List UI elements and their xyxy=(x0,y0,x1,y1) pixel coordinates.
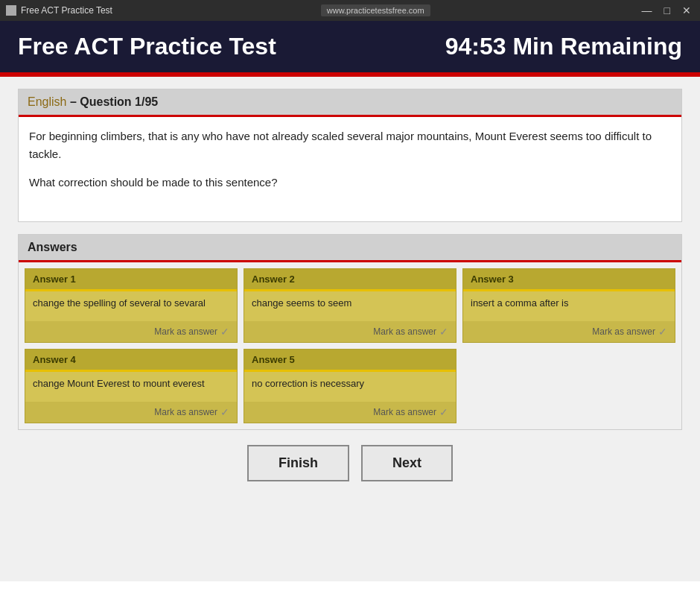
answer-card-4[interactable]: Answer 4 change Mount Everest to mount e… xyxy=(25,349,238,423)
mark-answer-5[interactable]: Mark as answer ✓ xyxy=(252,406,448,418)
question-number: – Question 1/95 xyxy=(70,95,158,108)
maximize-button[interactable]: □ xyxy=(661,4,673,16)
question-text: For beginning climbers, that is any who … xyxy=(29,127,671,163)
answer-4-text: change Mount Everest to mount everest xyxy=(25,372,237,402)
answer-3-label: Answer 3 xyxy=(463,269,675,291)
check-icon-3: ✓ xyxy=(658,326,667,338)
mark-answer-2[interactable]: Mark as answer ✓ xyxy=(252,326,448,338)
answer-card-empty xyxy=(462,349,675,423)
mark-answer-3[interactable]: Mark as answer ✓ xyxy=(471,326,667,338)
subject-label: English xyxy=(28,95,66,108)
main-content: English – Question 1/95 For beginning cl… xyxy=(0,77,700,581)
answer-1-text: change the spelling of several to sevara… xyxy=(25,291,237,321)
window-controls: — □ ✕ xyxy=(639,4,694,16)
answer-2-text: change seems to seem xyxy=(244,291,456,321)
answer-5-label: Answer 5 xyxy=(244,350,456,372)
url-bar: www.practicetestsfree.com xyxy=(321,4,430,16)
title-bar-left: Free ACT Practice Test xyxy=(6,5,112,16)
title-bar: Free ACT Practice Test www.practicetests… xyxy=(0,0,700,21)
answer-1-footer[interactable]: Mark as answer ✓ xyxy=(25,321,237,342)
answers-grid-row1: Answer 1 change the spelling of several … xyxy=(19,262,681,349)
app-title: Free ACT Practice Test xyxy=(18,33,276,60)
timer-display: 94:53 Min Remaining xyxy=(445,33,682,60)
mark-answer-4[interactable]: Mark as answer ✓ xyxy=(33,406,229,418)
question-section: English – Question 1/95 For beginning cl… xyxy=(18,89,682,222)
answer-5-footer[interactable]: Mark as answer ✓ xyxy=(244,402,456,423)
answer-1-label: Answer 1 xyxy=(25,269,237,291)
next-button[interactable]: Next xyxy=(361,445,453,481)
answer-3-footer[interactable]: Mark as answer ✓ xyxy=(463,321,675,342)
app-icon xyxy=(6,5,16,16)
answer-4-footer[interactable]: Mark as answer ✓ xyxy=(25,402,237,423)
mark-answer-1-label: Mark as answer xyxy=(154,326,217,337)
title-bar-title: Free ACT Practice Test xyxy=(21,5,112,16)
answers-section: Answers Answer 1 change the spelling of … xyxy=(18,234,682,430)
check-icon-4: ✓ xyxy=(220,406,229,418)
mark-answer-4-label: Mark as answer xyxy=(154,407,217,417)
answer-card-3[interactable]: Answer 3 insert a comma after is Mark as… xyxy=(462,268,675,343)
question-header: English – Question 1/95 xyxy=(19,89,681,117)
check-icon-1: ✓ xyxy=(220,326,229,338)
check-icon-5: ✓ xyxy=(439,406,448,418)
mark-answer-5-label: Mark as answer xyxy=(373,407,436,417)
minimize-button[interactable]: — xyxy=(639,4,655,16)
answer-3-text: insert a comma after is xyxy=(463,291,675,321)
answers-grid-row2: Answer 4 change Mount Everest to mount e… xyxy=(19,349,681,429)
finish-button[interactable]: Finish xyxy=(247,445,349,481)
answer-card-2[interactable]: Answer 2 change seems to seem Mark as an… xyxy=(244,268,456,343)
mark-answer-1[interactable]: Mark as answer ✓ xyxy=(33,326,229,338)
mark-answer-3-label: Mark as answer xyxy=(592,326,655,337)
app-header: Free ACT Practice Test 94:53 Min Remaini… xyxy=(0,21,700,72)
answer-2-footer[interactable]: Mark as answer ✓ xyxy=(244,321,456,342)
question-body: For beginning climbers, that is any who … xyxy=(19,117,681,221)
mark-answer-2-label: Mark as answer xyxy=(373,326,436,337)
answer-4-label: Answer 4 xyxy=(25,350,237,372)
answers-header: Answers xyxy=(19,235,681,262)
answer-2-label: Answer 2 xyxy=(244,269,456,291)
answer-card-1[interactable]: Answer 1 change the spelling of several … xyxy=(25,268,238,343)
check-icon-2: ✓ xyxy=(439,326,448,338)
button-row: Finish Next xyxy=(18,430,682,489)
answer-5-text: no correction is necessary xyxy=(244,372,456,402)
answer-card-5[interactable]: Answer 5 no correction is necessary Mark… xyxy=(244,349,456,423)
close-button[interactable]: ✕ xyxy=(679,4,694,16)
question-prompt: What correction should be made to this s… xyxy=(29,174,671,192)
